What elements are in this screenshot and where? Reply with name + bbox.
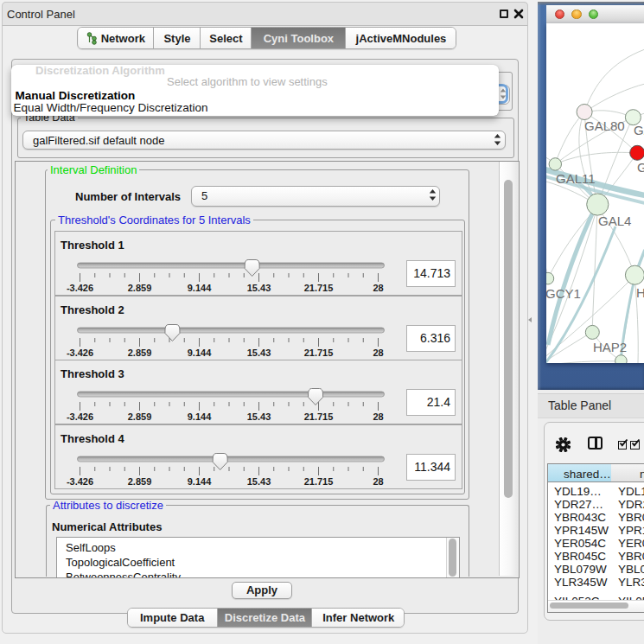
svg-text:28: 28	[373, 348, 383, 358]
svg-text:15.43: 15.43	[247, 411, 271, 422]
svg-text:15.43: 15.43	[247, 476, 271, 487]
svg-text:GAL4: GAL4	[598, 214, 631, 228]
svg-text:HAP2: HAP2	[593, 340, 627, 354]
svg-text:9.144: 9.144	[188, 283, 212, 293]
svg-text:2.859: 2.859	[128, 411, 152, 422]
svg-text:15.43: 15.43	[247, 348, 271, 358]
svg-text:9.144: 9.144	[188, 348, 212, 358]
svg-text:-3.426: -3.426	[67, 411, 93, 422]
svg-text:9.144: 9.144	[188, 411, 212, 422]
svg-text:9.144: 9.144	[188, 476, 212, 487]
svg-text:28: 28	[373, 283, 383, 293]
svg-text:GAL1: GAL1	[634, 123, 644, 137]
svg-text:2.859: 2.859	[128, 476, 152, 487]
svg-text:GAL80: GAL80	[584, 118, 625, 133]
svg-text:2.859: 2.859	[128, 348, 152, 358]
svg-text:21.715: 21.715	[304, 411, 334, 422]
svg-text:HIS4: HIS4	[636, 285, 644, 300]
svg-text:2.859: 2.859	[128, 283, 152, 293]
svg-text:GCY1: GCY1	[546, 286, 581, 301]
svg-text:28: 28	[373, 411, 383, 422]
svg-text:-3.426: -3.426	[67, 283, 93, 293]
svg-text:-3.426: -3.426	[67, 476, 93, 487]
svg-text:GAL11: GAL11	[556, 171, 596, 186]
svg-text:21.715: 21.715	[304, 348, 334, 358]
svg-text:21.715: 21.715	[304, 283, 334, 293]
svg-text:-3.426: -3.426	[67, 348, 93, 358]
svg-text:28: 28	[373, 476, 383, 487]
svg-text:GAL4: GAL4	[637, 160, 644, 175]
svg-text:21.715: 21.715	[304, 476, 334, 487]
svg-text:15.43: 15.43	[247, 283, 271, 293]
